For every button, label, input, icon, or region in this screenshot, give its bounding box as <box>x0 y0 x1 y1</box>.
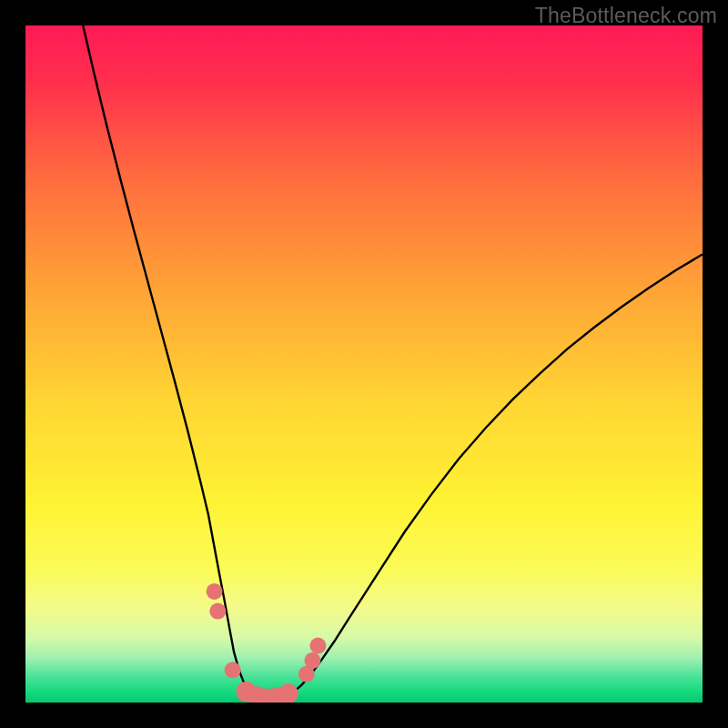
marker-point <box>225 662 241 678</box>
marker-point <box>304 652 320 669</box>
marker-point <box>209 603 226 620</box>
outer-frame: TheBottleneck.com <box>0 0 728 728</box>
marker-point <box>278 683 298 703</box>
bottleneck-curve <box>83 25 703 699</box>
marker-point <box>309 638 326 654</box>
plot-area <box>25 25 703 703</box>
watermark-text: TheBottleneck.com <box>535 4 717 28</box>
chart-svg <box>25 25 703 703</box>
marker-point <box>207 583 223 600</box>
